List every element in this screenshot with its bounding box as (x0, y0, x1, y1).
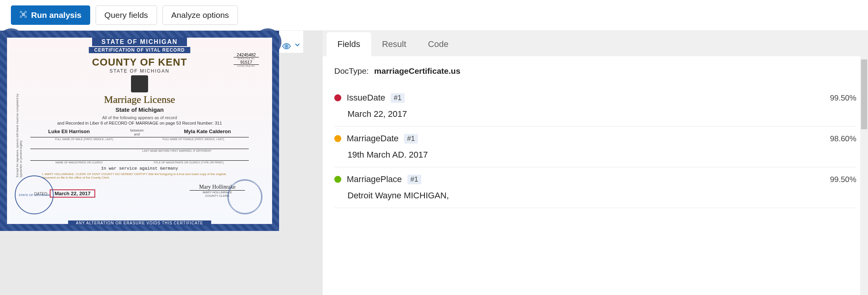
certificate-image[interactable]: STATE OF MICHIGAN CERTIFICATION OF VITAL… (0, 31, 279, 231)
visibility-icon[interactable] (282, 42, 291, 53)
between-label: betweenand (126, 128, 148, 136)
signature-area: DATED: March 22, 2017 Mary Hollinrake MA… (30, 184, 249, 198)
scrollbar[interactable] (860, 31, 868, 295)
field-badge: #1 (407, 175, 421, 184)
document-preview-pane: STATE OF MICHIGAN CERTIFICATION OF VITAL… (0, 31, 323, 295)
doctype-value: marriageCertificate.us (374, 66, 461, 75)
query-fields-button[interactable]: Query fields (96, 5, 157, 25)
issue-date-highlight: March 22, 2017 (50, 189, 95, 198)
scroll-thumb[interactable] (861, 59, 867, 129)
analysis-icon (19, 10, 27, 20)
ribbon-top: STATE OF MICHIGAN (92, 38, 187, 46)
field-name: IssueDate (347, 93, 385, 103)
field-value: 19th March AD. 2017 (348, 150, 856, 160)
field-value: March 22, 2017 (348, 109, 856, 119)
field-name: MarriagePlace (347, 174, 402, 184)
female-name: Myla Kate Calderon (184, 128, 231, 136)
chevron-down-icon[interactable] (294, 42, 300, 49)
field-confidence: 99.50% (830, 175, 856, 184)
svg-rect-4 (22, 13, 23, 16)
field-badge: #1 (404, 134, 418, 144)
name-sublabels: FULL NAME OF MALE (FIRST, MIDDLE, LAST) … (30, 138, 249, 141)
field-confidence: 98.60% (830, 134, 856, 143)
tab-fields[interactable]: Fields (327, 32, 371, 56)
field-value: Detroit Wayne MICHIGAN, (348, 191, 856, 201)
svg-rect-5 (23, 13, 24, 16)
svg-rect-2 (20, 16, 22, 17)
field-confidence: 99.50% (830, 94, 856, 102)
magistrate-labels: NAME OF MAGISTRATE OR CLERGY TITLE OF MA… (30, 161, 249, 164)
fields-panel: DocType: marriageCertificate.us IssueDat… (323, 56, 868, 295)
results-pane: Fields Result Code DocType: marriageCert… (323, 31, 868, 295)
blank-line (30, 144, 249, 149)
tab-code[interactable]: Code (417, 32, 459, 56)
view-controls (279, 31, 303, 53)
field-item[interactable]: IssueDate#199.50%March 22, 2017 (334, 86, 856, 127)
license-title: Marriage License (30, 94, 249, 106)
side-instructions: Except for signature, spaces left blank … (16, 84, 20, 177)
svg-rect-1 (25, 11, 26, 13)
lastname-label: LAST NAME BEFORE FIRST MARRIED, IF DIFFE… (30, 149, 249, 152)
blank-line (30, 156, 249, 161)
tabs: Fields Result Code (323, 31, 868, 56)
state-crest-icon (131, 75, 148, 92)
field-item[interactable]: MarriagePlace#199.50%Detroit Wayne MICHI… (334, 167, 856, 208)
record-line: and Recorded in Liber 8 of RECORD OF MAR… (30, 121, 249, 125)
doctype-label: DocType: (334, 66, 369, 75)
tab-result[interactable]: Result (371, 32, 417, 56)
field-item[interactable]: MarriageDate#198.60%19th March AD. 2017 (334, 127, 856, 167)
field-badge: #1 (391, 93, 405, 103)
toolbar: Run analysis Query fields Analyze option… (0, 0, 868, 31)
state-mid: State of Michigan (30, 106, 249, 113)
field-color-dot (334, 176, 341, 183)
analyze-options-button[interactable]: Analyze options (162, 5, 238, 25)
male-name: Luke Eli Harrison (48, 128, 90, 136)
svg-point-7 (286, 45, 287, 47)
svg-rect-6 (24, 13, 25, 16)
run-analysis-button[interactable]: Run analysis (11, 5, 90, 25)
state-seal-icon: STATE OF MICHIGAN (15, 175, 54, 214)
run-label: Run analysis (31, 10, 82, 20)
certificate-body: COUNTY OF KENT STATE OF MICHIGAN Marriag… (30, 56, 249, 198)
ribbon-subtitle: CERTIFICATION OF VITAL RECORD (89, 47, 190, 53)
field-name: MarriageDate (347, 134, 398, 144)
svg-rect-0 (20, 11, 22, 13)
field-color-dot (334, 135, 341, 142)
field-color-dot (334, 94, 341, 101)
record-text: All of the following appears as of recor… (30, 115, 249, 120)
county-title: COUNTY OF KENT (30, 56, 249, 68)
court-seal-icon (227, 179, 262, 214)
main-area: STATE OF MICHIGAN CERTIFICATION OF VITAL… (0, 31, 868, 295)
doctype-row: DocType: marriageCertificate.us (334, 66, 856, 76)
svg-rect-3 (25, 16, 26, 17)
fields-list: IssueDate#199.50%March 22, 2017MarriageD… (334, 86, 856, 208)
certify-text: I, MARY HOLLINRAKE, CLERK OF KENT COUNTY… (42, 172, 237, 179)
ribbon-bottom: ANY ALTERATION OR ERASURE VOIDS THIS CER… (68, 220, 211, 226)
war-service-line: In war service against Germany (30, 166, 249, 171)
state-small: STATE OF MICHIGAN (30, 68, 249, 74)
names-row: Luke Eli Harrison betweenand Myla Kate C… (30, 128, 249, 137)
